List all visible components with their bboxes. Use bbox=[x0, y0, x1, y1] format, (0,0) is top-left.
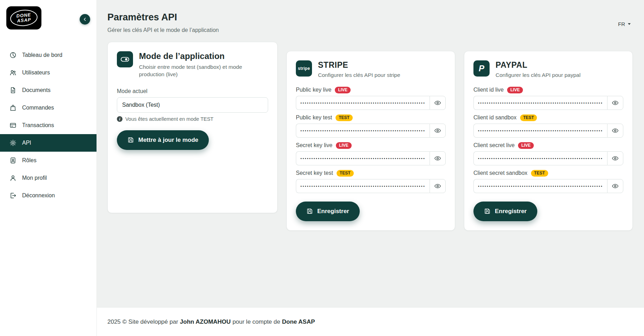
paypal-card: P PAYPAL Configurer les clés API pour pa… bbox=[464, 51, 633, 231]
paypal-client-id-live-input[interactable] bbox=[473, 96, 607, 110]
page-title: Paramètres API bbox=[107, 12, 219, 23]
live-badge: LIVE bbox=[507, 87, 523, 93]
stripe-field-secret-key-test: Secret key test TEST bbox=[296, 170, 446, 193]
bag-icon bbox=[9, 104, 16, 111]
sidebar-item-transactions[interactable]: Transactions bbox=[0, 117, 97, 134]
input-group bbox=[296, 179, 446, 193]
paypal-field-client-id-live: Client id live LIVE bbox=[473, 87, 623, 110]
toggle-visibility-button[interactable] bbox=[607, 96, 623, 110]
test-badge: TEST bbox=[531, 170, 548, 177]
paypal-client-secret-sandbox-input[interactable] bbox=[473, 179, 607, 193]
chevron-left-icon bbox=[82, 17, 87, 22]
field-head: Client secret live LIVE bbox=[473, 142, 623, 149]
paypal-logo-text: P bbox=[479, 64, 484, 73]
toggle-visibility-button[interactable] bbox=[430, 124, 446, 138]
main-area: Paramètres API Gérer les clés API et le … bbox=[97, 0, 644, 336]
document-icon bbox=[9, 87, 16, 94]
paypal-field-client-secret-sandbox: Client secret sandbox TEST bbox=[473, 170, 623, 193]
toggle-visibility-button[interactable] bbox=[430, 179, 446, 193]
input-group bbox=[473, 179, 623, 193]
field-label: Public key test bbox=[296, 114, 332, 121]
input-group bbox=[296, 151, 446, 165]
eye-icon bbox=[612, 155, 619, 162]
app-mode-card: Mode de l’application Choisir entre mode… bbox=[107, 42, 278, 213]
eye-icon bbox=[612, 183, 619, 190]
sidebar-item-label: Transactions bbox=[22, 122, 54, 129]
sidebar-item-api[interactable]: API bbox=[0, 134, 97, 152]
paypal-save-button[interactable]: Enregistrer bbox=[473, 202, 537, 221]
paypal-logo-icon: P bbox=[473, 60, 490, 77]
logout-icon bbox=[9, 192, 16, 199]
paypal-client-secret-live-input[interactable] bbox=[473, 151, 607, 165]
field-head: Public key live LIVE bbox=[296, 87, 446, 93]
update-mode-button[interactable]: Mettre à jour le mode bbox=[117, 130, 209, 150]
sidebar-item-documents[interactable]: Documents bbox=[0, 81, 97, 99]
app-logo: DONE ASAP bbox=[6, 6, 41, 29]
language-selector[interactable]: FR bbox=[618, 21, 631, 27]
paypal-card-subtitle: Configurer les clés API pour paypal bbox=[496, 72, 580, 79]
gear-icon bbox=[9, 139, 16, 146]
eye-icon bbox=[434, 183, 441, 190]
credit-card-icon bbox=[9, 122, 16, 129]
stripe-save-button[interactable]: Enregistrer bbox=[296, 202, 360, 221]
test-badge: TEST bbox=[336, 114, 353, 121]
input-group bbox=[296, 96, 446, 110]
stripe-field-public-key-test: Public key test TEST bbox=[296, 114, 446, 138]
paypal-card-title: PAYPAL bbox=[496, 60, 580, 70]
sidebar-item-label: Tableau de bord bbox=[22, 52, 62, 58]
sidebar-item-label: Déconnexion bbox=[22, 192, 55, 199]
stripe-card: stripe STRIPE Configurer les clés API po… bbox=[286, 51, 455, 231]
stripe-secret-key-live-input[interactable] bbox=[296, 151, 430, 165]
paypal-client-id-sandbox-input[interactable] bbox=[473, 124, 607, 138]
field-label: Client id sandbox bbox=[473, 114, 517, 121]
field-label: Client id live bbox=[473, 87, 504, 93]
users-icon bbox=[9, 69, 16, 76]
sidebar-collapse-button[interactable] bbox=[80, 14, 90, 25]
stripe-secret-key-test-input[interactable] bbox=[296, 179, 430, 193]
sidebar-nav: Tableau de bord Utilisateurs Documents C… bbox=[0, 46, 97, 204]
field-head: Secret key test TEST bbox=[296, 170, 446, 177]
mode-card-header-text: Mode de l’application Choisir entre mode… bbox=[139, 51, 244, 78]
logo-line2: ASAP bbox=[17, 17, 31, 23]
test-badge: TEST bbox=[337, 170, 354, 177]
field-head: Client id live LIVE bbox=[473, 87, 623, 93]
mode-info-text: Vous êtes actuellement en mode TEST bbox=[125, 116, 213, 122]
user-icon bbox=[9, 174, 16, 182]
eye-icon bbox=[612, 99, 619, 106]
sidebar-item-profile[interactable]: Mon profil bbox=[0, 169, 97, 187]
cards-row: Mode de l’application Choisir entre mode… bbox=[107, 42, 633, 231]
sidebar-item-label: Mon profil bbox=[22, 175, 47, 181]
eye-icon bbox=[434, 155, 441, 162]
language-label: FR bbox=[618, 21, 625, 27]
paypal-field-client-secret-live: Client secret live LIVE bbox=[473, 142, 623, 165]
field-head: Public key test TEST bbox=[296, 114, 446, 121]
chevron-down-icon bbox=[628, 23, 631, 25]
footer-prefix: 2025 © Site développé par bbox=[107, 318, 178, 325]
sidebar-item-logout[interactable]: Déconnexion bbox=[0, 187, 97, 204]
input-group bbox=[473, 124, 623, 138]
live-badge: LIVE bbox=[336, 142, 352, 149]
page-heading-block: Paramètres API Gérer les clés API et le … bbox=[107, 10, 219, 33]
toggle-icon bbox=[117, 51, 133, 67]
field-label: Secret key test bbox=[296, 170, 333, 176]
sidebar-item-roles[interactable]: Rôles bbox=[0, 152, 97, 169]
sidebar-item-label: Rôles bbox=[22, 157, 36, 164]
stripe-public-key-test-input[interactable] bbox=[296, 124, 430, 138]
sidebar-item-dashboard[interactable]: Tableau de bord bbox=[0, 46, 97, 64]
toggle-visibility-button[interactable] bbox=[430, 151, 446, 165]
id-badge-icon bbox=[9, 157, 16, 164]
sidebar-item-orders[interactable]: Commandes bbox=[0, 99, 97, 117]
stripe-card-title: STRIPE bbox=[318, 60, 400, 70]
toggle-visibility-button[interactable] bbox=[607, 124, 623, 138]
field-label: Client secret live bbox=[473, 142, 514, 149]
mode-select[interactable]: Sandbox (Test) bbox=[117, 97, 268, 113]
toggle-visibility-button[interactable] bbox=[607, 151, 623, 165]
stripe-public-key-live-input[interactable] bbox=[296, 96, 430, 110]
sidebar-item-users[interactable]: Utilisateurs bbox=[0, 64, 97, 81]
toggle-visibility-button[interactable] bbox=[607, 179, 623, 193]
toggle-visibility-button[interactable] bbox=[430, 96, 446, 110]
input-group bbox=[473, 96, 623, 110]
input-group bbox=[473, 151, 623, 165]
stripe-card-subtitle: Configurer les clés API pour stripe bbox=[318, 72, 400, 79]
footer-author: John AZOMAHOU bbox=[180, 318, 231, 325]
